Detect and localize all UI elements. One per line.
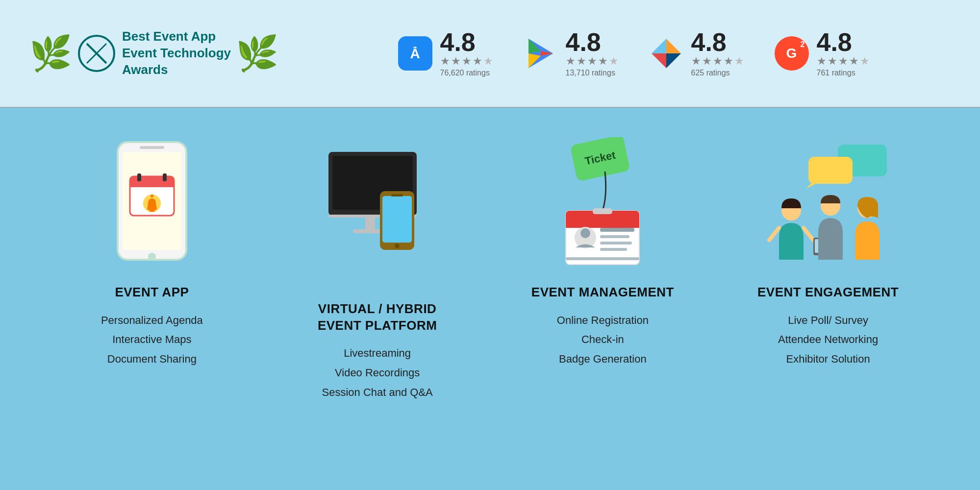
svg-point-23 — [151, 195, 153, 197]
award-text: Best Event App Event Technology Awards — [122, 28, 231, 78]
svg-rect-41 — [600, 228, 634, 232]
svg-rect-30 — [382, 196, 412, 243]
g2-logo: G2 — [775, 36, 809, 71]
list-item: Attendee Networking — [778, 330, 878, 349]
svg-rect-37 — [566, 223, 639, 228]
svg-point-31 — [395, 244, 400, 248]
googleplay-score: 4.8 — [566, 29, 620, 55]
svg-text:A: A — [410, 46, 420, 61]
svg-rect-38 — [593, 208, 612, 214]
googleplay-rating-info: 4.8 ★★★★★ 13,710 ratings — [566, 29, 620, 77]
capterra-logo — [649, 36, 683, 71]
event-management-icon-area: Ticket — [549, 132, 656, 270]
event-engagement-title: EVENT ENGAGEMENT — [757, 284, 899, 301]
event-app-illustration — [103, 137, 201, 270]
svg-rect-42 — [600, 235, 629, 238]
list-item: Livestreaming — [322, 343, 433, 363]
feature-event-engagement: EVENT ENGAGEMENT Live Poll/ Survey Atten… — [725, 132, 931, 369]
svg-rect-26 — [365, 216, 375, 230]
list-item: Document Sharing — [101, 349, 203, 369]
virtual-hybrid-list: Livestreaming Video Recordings Session C… — [322, 343, 433, 402]
main-content: EVENT APP Personalized Agenda Interactiv… — [0, 108, 980, 490]
svg-marker-9 — [652, 39, 666, 53]
event-engagement-icon-area — [764, 132, 892, 270]
svg-line-51 — [769, 228, 779, 240]
g2-score: 4.8 — [817, 29, 871, 55]
award-section: 🌿 Best Event App Event Technology Awards… — [29, 28, 278, 78]
list-item: Video Recordings — [322, 363, 433, 383]
googleplay-count: 13,710 ratings — [566, 69, 620, 77]
virtual-hybrid-illustration — [319, 142, 436, 270]
event-engagement-list: Live Poll/ Survey Attendee Networking Ex… — [778, 311, 878, 369]
list-item: Online Registration — [557, 311, 649, 330]
appstore-count: 76,620 ratings — [440, 69, 494, 77]
award-badge: Best Event App Event Technology Awards — [77, 28, 231, 78]
svg-rect-19 — [137, 173, 141, 181]
svg-rect-18 — [130, 182, 174, 187]
feature-event-app: EVENT APP Personalized Agenda Interactiv… — [49, 132, 255, 369]
event-management-title: EVENT MANAGEMENT — [531, 284, 674, 301]
rating-capterra: 4.8 ★★★★★ 625 ratings — [649, 29, 745, 77]
svg-marker-11 — [652, 53, 666, 68]
svg-rect-22 — [149, 210, 155, 212]
capterra-rating-info: 4.8 ★★★★★ 625 ratings — [691, 29, 745, 77]
feature-virtual-hybrid: VIRTUAL / HYBRID EVENT PLATFORM Livestre… — [275, 132, 480, 402]
event-app-list: Personalized Agenda Interactive Maps Doc… — [101, 311, 203, 369]
list-item: Interactive Maps — [101, 330, 203, 349]
award-icon — [77, 34, 116, 73]
svg-rect-48 — [808, 157, 853, 184]
list-item: Check-in — [557, 330, 649, 349]
laurel-left: 🌿 — [29, 36, 72, 71]
svg-marker-10 — [666, 53, 681, 68]
event-management-illustration: Ticket — [549, 137, 656, 270]
g2-count: 761 ratings — [817, 69, 871, 77]
googleplay-stars: ★★★★★ — [566, 55, 620, 68]
appstore-rating-info: 4.8 ★★★★★ 76,620 ratings — [440, 29, 494, 77]
googleplay-logo — [524, 36, 558, 71]
svg-line-52 — [804, 228, 813, 240]
event-engagement-illustration — [764, 142, 892, 270]
svg-point-40 — [580, 228, 590, 238]
rating-googleplay: 4.8 ★★★★★ 13,710 ratings — [524, 29, 620, 77]
capterra-score: 4.8 — [691, 29, 745, 55]
list-item: Badge Generation — [557, 349, 649, 369]
virtual-hybrid-icon-area — [319, 132, 436, 270]
svg-point-15 — [148, 253, 156, 261]
laurel-right: 🌿 — [236, 36, 278, 71]
rating-g2: G2 4.8 ★★★★★ 761 ratings — [775, 29, 871, 77]
g2-stars: ★★★★★ — [817, 55, 871, 68]
svg-marker-49 — [806, 181, 821, 189]
rating-appstore: A 4.8 ★★★★★ 76,620 ratings — [398, 29, 494, 77]
svg-rect-14 — [140, 146, 164, 149]
event-management-list: Online Registration Check-in Badge Gener… — [557, 311, 649, 369]
event-app-title: EVENT APP — [115, 284, 189, 301]
svg-rect-20 — [163, 173, 167, 181]
list-item: Personalized Agenda — [101, 311, 203, 330]
header: 🌿 Best Event App Event Technology Awards… — [0, 0, 980, 108]
event-app-icon-area — [103, 132, 201, 270]
capterra-count: 625 ratings — [691, 69, 745, 77]
appstore-score: 4.8 — [440, 29, 494, 55]
svg-rect-45 — [566, 257, 639, 260]
feature-event-management: Ticket — [500, 132, 705, 369]
g2-rating-info: 4.8 ★★★★★ 761 ratings — [817, 29, 871, 77]
svg-rect-32 — [391, 194, 403, 196]
virtual-hybrid-title: VIRTUAL / HYBRID EVENT PLATFORM — [318, 284, 437, 334]
svg-rect-43 — [600, 242, 632, 245]
list-item: Live Poll/ Survey — [778, 311, 878, 330]
ratings-section: A 4.8 ★★★★★ 76,620 ratings 4 — [318, 29, 951, 77]
capterra-stars: ★★★★★ — [691, 55, 745, 68]
list-item: Session Chat and Q&A — [322, 383, 433, 402]
svg-marker-8 — [666, 39, 681, 53]
list-item: Exhibitor Solution — [778, 349, 878, 369]
svg-rect-44 — [600, 248, 627, 251]
appstore-logo: A — [398, 36, 432, 71]
appstore-stars: ★★★★★ — [440, 55, 494, 68]
